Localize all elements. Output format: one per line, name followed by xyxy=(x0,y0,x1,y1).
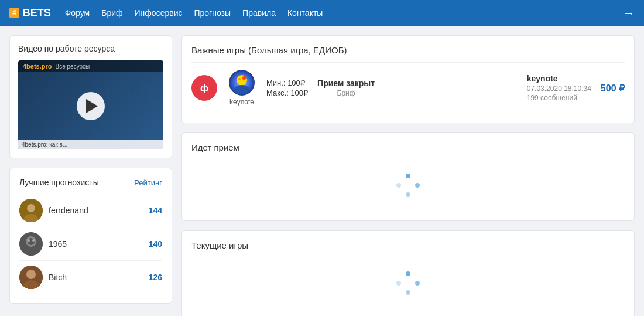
svg-point-9 xyxy=(26,270,36,279)
spinner xyxy=(396,174,420,197)
dot3 xyxy=(406,192,410,197)
game-status-label: Прием закрыт xyxy=(317,79,375,88)
forecaster-item: ferrdenand 144 xyxy=(19,194,162,227)
forecaster-name: Bitch xyxy=(49,273,143,282)
forecaster-item: Bitch 126 xyxy=(19,261,162,294)
loading-spinner-2 xyxy=(191,257,625,309)
forecasters-title: Лучшие прогнозисты xyxy=(19,178,99,187)
video-middle xyxy=(18,72,163,140)
dot2 xyxy=(415,281,420,286)
dot3 xyxy=(406,290,410,295)
spinner xyxy=(396,271,420,295)
video-card: Видео по работе ресурса 4bets.pro Все ре… xyxy=(9,35,172,158)
logo-text: BETS xyxy=(23,7,51,19)
game-min: Мин.: 100₽ xyxy=(266,79,308,87)
game-keynote-msgs: 199 сообщений xyxy=(527,94,591,102)
game-status: Прием закрыт Бриф xyxy=(317,79,375,97)
dot2 xyxy=(415,183,420,188)
forecaster-name: ferrdenand xyxy=(49,206,143,215)
current-reception-title: Идет прием xyxy=(191,142,625,152)
loading-spinner-1 xyxy=(191,159,625,211)
main-content: Важные игры (Большая игра, ЕДИОБ) ф xyxy=(181,35,635,316)
current-games-card: Текущие игры xyxy=(181,230,635,316)
video-thumbnail[interactable]: 4bets.pro Все ресурсы 4bets.pro: как в..… xyxy=(18,60,163,149)
sidebar: Видео по работе ресурса 4bets.pro Все ре… xyxy=(9,35,172,316)
video-top-bar: 4bets.pro Все ресурсы xyxy=(18,60,163,72)
forecaster-score: 126 xyxy=(149,273,162,282)
game-keynote-name: keynote xyxy=(527,74,591,83)
game-user-img xyxy=(229,70,255,96)
logo[interactable]: 4 BETS xyxy=(9,7,51,19)
game-user-name: keynote xyxy=(229,98,254,106)
avatar xyxy=(19,266,43,289)
video-label: 4bets.pro: как в... xyxy=(22,141,67,148)
dot1 xyxy=(406,174,410,178)
svg-point-16 xyxy=(242,76,246,80)
video-overlay: 4bets.pro Все ресурсы 4bets.pro: как в..… xyxy=(18,60,163,149)
current-games-title: Текущие игры xyxy=(191,240,625,250)
nav-brief[interactable]: Бриф xyxy=(101,8,122,18)
rating-link[interactable]: Рейтинг xyxy=(134,178,162,187)
avatar xyxy=(19,232,43,256)
game-status-sub: Бриф xyxy=(337,89,355,97)
nav: Форум Бриф Инфосервис Прогнозы Правила К… xyxy=(65,8,609,18)
game-minmax: Мин.: 100₽ Макс.: 100₽ xyxy=(266,79,308,97)
video-bottom-bar: 4bets.pro: как в... xyxy=(18,140,163,149)
nav-infoservice[interactable]: Инфосервис xyxy=(135,8,183,18)
forecasters-header: Лучшие прогнозисты Рейтинг xyxy=(19,178,162,187)
video-brand: 4bets.pro xyxy=(23,63,52,70)
dot4 xyxy=(396,183,401,188)
dot4 xyxy=(396,281,401,286)
login-icon[interactable]: → xyxy=(623,6,635,20)
svg-point-1 xyxy=(27,204,35,212)
forecaster-score: 140 xyxy=(149,239,162,249)
play-triangle-icon xyxy=(86,99,98,113)
video-card-title: Видео по работе ресурса xyxy=(18,44,163,53)
forecaster-name: 1965 xyxy=(49,239,143,249)
game-keynote: keynote 07.03.2020 18:10:34 199 сообщени… xyxy=(527,74,591,102)
svg-text:ф: ф xyxy=(200,83,208,93)
nav-forum[interactable]: Форум xyxy=(65,8,90,18)
svg-point-17 xyxy=(234,85,249,94)
nav-contacts[interactable]: Контакты xyxy=(287,8,323,18)
game-max: Макс.: 100₽ xyxy=(266,89,308,97)
avatar xyxy=(19,199,43,222)
game-keynote-date: 07.03.2020 18:10:34 xyxy=(527,84,591,93)
important-games-title: Важные игры (Большая игра, ЕДИОБ) xyxy=(191,45,625,55)
forecaster-score: 144 xyxy=(149,206,162,215)
svg-point-5 xyxy=(28,238,35,245)
forecaster-item: 1965 140 xyxy=(19,227,162,261)
logo-icon: 4 xyxy=(9,8,19,18)
svg-point-15 xyxy=(238,78,241,80)
svg-point-6 xyxy=(28,239,30,242)
dot1 xyxy=(406,271,410,276)
game-user-avatar: keynote xyxy=(227,70,257,106)
forecasters-card: Лучшие прогнозисты Рейтинг ferrdenand 14… xyxy=(9,168,172,304)
current-reception-card: Идет прием xyxy=(181,132,635,221)
play-button[interactable] xyxy=(77,92,105,120)
nav-prognozi[interactable]: Прогнозы xyxy=(194,8,231,18)
header: 4 BETS Форум Бриф Инфосервис Прогнозы Пр… xyxy=(0,0,644,26)
video-subtitle: Все ресурсы xyxy=(56,63,90,70)
svg-point-14 xyxy=(237,75,247,86)
main-container: Видео по работе ресурса 4bets.pro Все ре… xyxy=(0,26,644,316)
game-price: 500 ₽ xyxy=(601,83,625,94)
game-row: ф xyxy=(191,62,625,113)
svg-point-7 xyxy=(32,239,35,242)
important-games-card: Важные игры (Большая игра, ЕДИОБ) ф xyxy=(181,35,635,123)
nav-rules[interactable]: Правила xyxy=(242,8,276,18)
game-icon-red: ф xyxy=(191,75,217,101)
